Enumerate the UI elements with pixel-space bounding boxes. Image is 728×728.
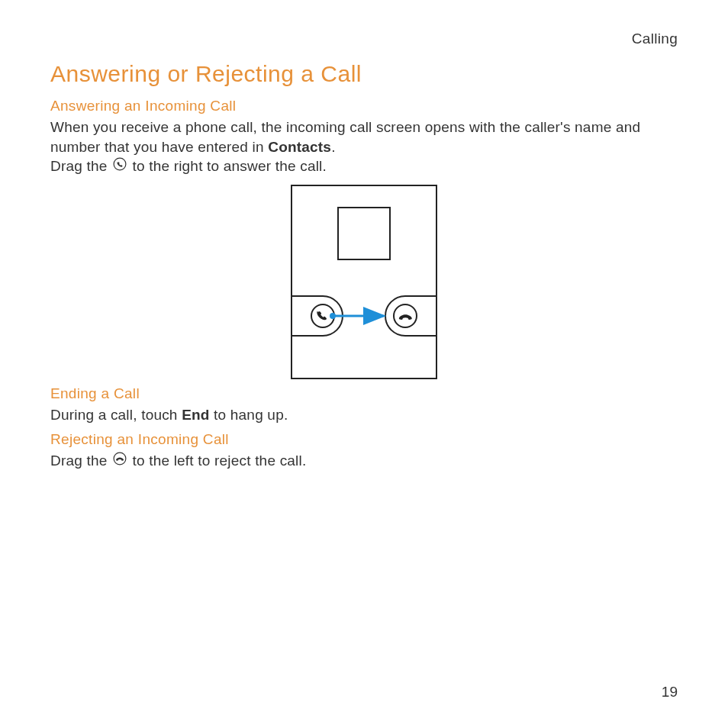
paragraph-ending: During a call, touch End to hang up. — [50, 405, 678, 425]
page-number: 19 — [662, 684, 678, 701]
text-fragment: During a call, touch — [50, 407, 182, 423]
text-fragment: to the right to answer the call. — [132, 158, 327, 174]
phone-reject-icon — [113, 451, 127, 471]
phone-answer-icon — [113, 156, 127, 176]
text-fragment: Drag the — [50, 453, 111, 469]
paragraph-rejecting: Drag the to the left to reject the call. — [50, 451, 678, 472]
text-fragment: Drag the — [50, 158, 111, 174]
paragraph-answering-1: When you receive a phone call, the incom… — [50, 118, 678, 156]
section-heading-ending: Ending a Call — [50, 385, 678, 402]
bold-end: End — [182, 407, 210, 423]
text-fragment: to the left to reject the call. — [132, 453, 306, 469]
svg-rect-2 — [338, 208, 390, 259]
phone-diagram-svg — [291, 185, 437, 379]
figure-incoming-call — [50, 185, 678, 379]
svg-point-0 — [114, 159, 126, 171]
section-heading-answering: Answering an Incoming Call — [50, 98, 678, 114]
page-title: Answering or Rejecting a Call — [50, 61, 678, 87]
section-heading-rejecting: Rejecting an Incoming Call — [50, 431, 678, 448]
text-fragment: to hang up. — [210, 407, 288, 423]
text-fragment: When you receive a phone call, the incom… — [50, 119, 640, 155]
text-fragment: . — [331, 139, 335, 155]
svg-rect-1 — [292, 185, 436, 378]
paragraph-answering-2: Drag the to the right to answer the call… — [50, 156, 678, 177]
breadcrumb: Calling — [50, 31, 678, 47]
bold-contacts: Contacts — [268, 139, 331, 155]
